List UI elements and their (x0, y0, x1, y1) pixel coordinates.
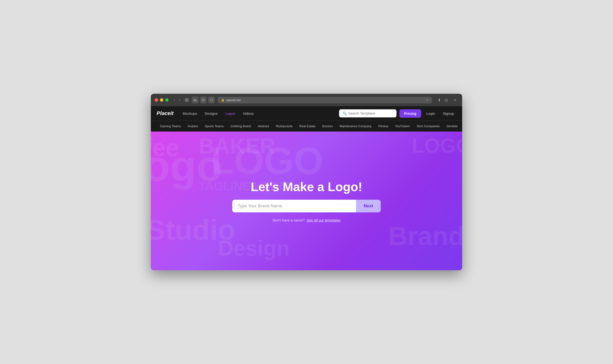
svg-point-5 (210, 99, 213, 101)
search-bar[interactable]: 🔍 (339, 109, 397, 117)
nav-arrows: ‹ › (172, 97, 182, 103)
pricing-button[interactable]: Pricing (399, 109, 421, 118)
category-abstract[interactable]: Abstract (254, 121, 273, 131)
category-dentists[interactable]: Dentists (443, 121, 461, 131)
bg-text-logo2: ogo (151, 141, 223, 191)
category-youtubers[interactable]: YouTubers (392, 121, 413, 131)
hero-subtitle: Don't have a name? See all our templates (273, 218, 340, 222)
nav-designs[interactable]: Designs (201, 110, 221, 117)
next-button[interactable]: Next (356, 200, 381, 212)
search-icon: 🔍 (343, 111, 347, 115)
extension-1[interactable]: Ap (192, 97, 198, 103)
see-all-templates-link[interactable]: See all our templates (307, 218, 340, 222)
browser-window: ‹ › Ap (151, 94, 462, 270)
nav-videos[interactable]: Videos (239, 110, 257, 117)
nav-right: 🔍 Pricing Login Signup (339, 109, 456, 118)
category-tech-companies[interactable]: Tech Companies (413, 121, 443, 131)
share-button[interactable]: ⬆ (437, 97, 442, 103)
bg-text-baker: BAKER (199, 134, 275, 158)
tab-icon (185, 98, 189, 102)
url-text: placeit.net (226, 98, 241, 102)
category-doctors[interactable]: Doctors (319, 121, 336, 131)
main-navbar: Placeit Mockups Designs Logos Videos 🔍 P… (151, 106, 462, 120)
hero-title: Let's Make a Logo! (251, 180, 362, 194)
category-fitness[interactable]: Fitness (375, 121, 392, 131)
bg-text-logo: LOGO (412, 134, 462, 157)
svg-rect-3 (187, 100, 188, 101)
hero-subtitle-text: Don't have a name? (273, 218, 305, 222)
signup-link[interactable]: Signup (440, 110, 456, 117)
bg-text-coffee: ffee (151, 134, 179, 161)
browser-titlebar: ‹ › Ap (151, 94, 462, 106)
hero-section: ffee BAKER LOGO ogo LOGO TAGLINE HERE St… (151, 131, 462, 270)
address-bar[interactable]: 🔒 placeit.net ↻ (218, 97, 432, 103)
hero-content: Let's Make a Logo! Next Don't have a nam… (232, 180, 381, 222)
category-clothing-brand[interactable]: Clothing Brand (227, 121, 254, 131)
brand-name-input[interactable] (232, 200, 356, 212)
svg-rect-0 (186, 99, 187, 100)
maximize-button[interactable] (165, 98, 168, 102)
bg-text-design: Design (218, 236, 290, 261)
category-designers[interactable]: Designers (461, 121, 462, 131)
extension-3[interactable] (208, 97, 215, 103)
search-input[interactable] (349, 111, 393, 115)
svg-rect-1 (187, 99, 188, 100)
nav-mockups[interactable]: Mockups (179, 110, 200, 117)
nav-logos[interactable]: Logos (222, 110, 238, 117)
bg-text-brand: Brand (388, 221, 462, 251)
brand-logo[interactable]: Placeit (157, 110, 174, 117)
minimize-button[interactable] (160, 98, 163, 102)
hero-input-row: Next (232, 200, 381, 212)
browser-actions: ⬆ ⊡ (437, 97, 449, 103)
reload-icon[interactable]: ↻ (426, 98, 429, 102)
extension-2[interactable] (200, 97, 207, 103)
lock-icon: 🔒 (221, 98, 225, 102)
close-button[interactable] (155, 98, 158, 102)
category-maintenance-company[interactable]: Maintenance Company (336, 121, 375, 131)
forward-button[interactable]: › (177, 97, 181, 103)
nav-links: Mockups Designs Logos Videos (179, 110, 337, 117)
traffic-lights (155, 98, 168, 102)
login-link[interactable]: Login (424, 110, 438, 117)
category-avatars[interactable]: Avatars (184, 121, 201, 131)
sidebar-button[interactable]: ⊡ (444, 97, 449, 103)
category-sports-teams[interactable]: Sports Teams (201, 121, 227, 131)
category-bar: Gaming Teams Avatars Sports Teams Clothi… (151, 120, 462, 131)
bg-text-studio: Studio (151, 213, 235, 246)
browser-extensions: Ap (192, 97, 215, 103)
bg-text-center: LOGO (211, 139, 323, 183)
svg-rect-2 (186, 100, 187, 101)
category-restaurants[interactable]: Restaurants (273, 121, 296, 131)
category-real-estate[interactable]: Real Estate (296, 121, 319, 131)
add-tab-button[interactable]: + (452, 97, 458, 103)
back-button[interactable]: ‹ (172, 97, 177, 103)
category-gaming-teams[interactable]: Gaming Teams (157, 121, 184, 131)
